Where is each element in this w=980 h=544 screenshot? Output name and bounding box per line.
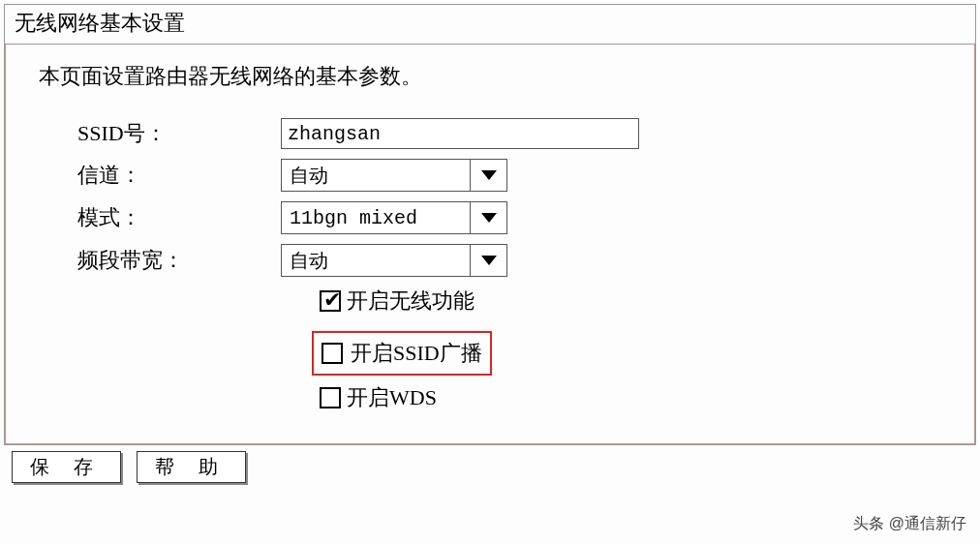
channel-select-value: 自动	[282, 160, 470, 191]
enable-wireless-label: 开启无线功能	[347, 287, 475, 316]
ssid-input[interactable]	[281, 118, 639, 149]
panel-description: 本页面设置路由器无线网络的基本参数。	[39, 62, 941, 91]
checkmark-icon: ✔	[323, 289, 341, 311]
bandwidth-select[interactable]: 自动	[281, 244, 507, 277]
chevron-down-icon	[470, 202, 506, 233]
row-enable-wds: 开启WDS	[320, 383, 941, 412]
panel-body: 本页面设置路由器无线网络的基本参数。 SSID号： 信道： 自动 模式： 11b…	[5, 45, 975, 444]
bandwidth-select-value: 自动	[282, 245, 470, 276]
row-mode: 模式： 11bgn mixed	[39, 201, 941, 234]
label-ssid: SSID号：	[39, 119, 281, 148]
label-mode: 模式：	[39, 203, 281, 232]
help-button[interactable]: 帮 助	[137, 451, 246, 483]
button-bar: 保 存 帮 助	[4, 445, 976, 489]
enable-wds-label: 开启WDS	[347, 383, 437, 412]
wireless-settings-panel: 无线网络基本设置 本页面设置路由器无线网络的基本参数。 SSID号： 信道： 自…	[4, 4, 976, 445]
enable-wireless-checkbox[interactable]: ✔	[320, 290, 341, 312]
panel-title: 无线网络基本设置	[5, 5, 975, 45]
row-ssid: SSID号：	[39, 118, 941, 149]
mode-select-value: 11bgn mixed	[282, 202, 470, 233]
save-button[interactable]: 保 存	[12, 451, 121, 483]
ssid-broadcast-highlight: 开启SSID广播	[312, 331, 492, 376]
row-channel: 信道： 自动	[39, 159, 941, 192]
row-bandwidth: 频段带宽： 自动	[39, 244, 941, 277]
watermark-text: 头条 @通信新仔	[853, 514, 966, 534]
label-channel: 信道：	[39, 161, 281, 190]
chevron-down-icon	[470, 245, 506, 276]
enable-wds-checkbox[interactable]	[320, 387, 341, 408]
label-bandwidth: 频段带宽：	[39, 246, 281, 275]
mode-select[interactable]: 11bgn mixed	[281, 201, 507, 234]
channel-select[interactable]: 自动	[281, 159, 507, 192]
row-enable-wireless: ✔ 开启无线功能	[320, 287, 941, 316]
enable-ssid-broadcast-label: 开启SSID广播	[351, 339, 482, 368]
enable-ssid-broadcast-checkbox[interactable]	[322, 343, 343, 364]
chevron-down-icon	[470, 160, 506, 191]
